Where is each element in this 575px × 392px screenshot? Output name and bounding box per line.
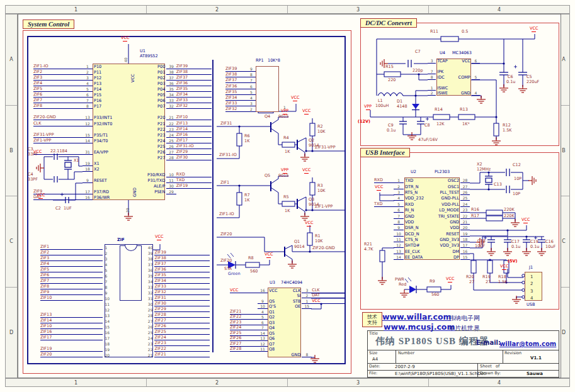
pin-number: 9 — [103, 291, 117, 295]
v12-label: (12V) — [358, 120, 370, 124]
r1-ref: R1 — [315, 234, 321, 238]
pin-row: DM 16 — [431, 248, 470, 254]
rp1-ref: RP1 — [256, 59, 264, 63]
net-label: ZIF23 — [154, 341, 210, 346]
pin-row: VDD_3V3 17 — [431, 242, 470, 248]
l1-ref: L1 — [378, 99, 383, 103]
pin-row — [285, 347, 345, 352]
rp1-val: 10K*8 — [268, 59, 280, 63]
pin-name: P35/T1 — [93, 133, 127, 138]
net-label: ZIF33 — [176, 98, 212, 103]
net-label: ZIF13 — [40, 313, 103, 318]
net-label: ZIF2 — [33, 70, 83, 75]
vcc-flag-b: VCC — [302, 168, 311, 174]
pin-number: 9 — [247, 67, 256, 72]
net-label: ZIF9 — [40, 290, 103, 295]
c8-val: 47uF/16V — [418, 138, 438, 142]
net-zif20: ZIF20 — [220, 232, 232, 237]
pin-row — [33, 183, 127, 189]
desc-mcusj: 单片机世界 — [448, 324, 480, 333]
pin-number — [258, 357, 268, 357]
pin-number: 2 — [525, 282, 542, 286]
pin-name: RTS_N — [404, 191, 431, 195]
pin-row: ZIF7 7 — [40, 278, 117, 284]
pin-name: P01 — [130, 70, 166, 75]
pin-number: 10 — [166, 172, 176, 177]
pin-number: 13 — [258, 336, 268, 341]
email-link[interactable]: willar@tom.com — [499, 340, 556, 347]
pin-row: ZIF2 2 — [40, 250, 117, 255]
net-label: VCC — [230, 288, 258, 293]
link-mcusj[interactable]: www.mcusj.com — [384, 322, 455, 332]
pin-number: 33 — [166, 98, 176, 103]
pin-row: 26 ZIF26 — [140, 323, 210, 329]
pin-name: DP — [431, 255, 460, 260]
pin-row — [130, 160, 212, 166]
net-label: ZIF1 — [40, 245, 103, 250]
pin-number: 25 — [166, 138, 176, 143]
pin-number: 31 — [140, 296, 154, 301]
pin-number: 11 — [258, 347, 268, 352]
pin-row: 24 ZIF24 — [140, 335, 210, 340]
link-willar[interactable]: www.willar.com — [382, 312, 452, 322]
pin-row — [33, 109, 127, 115]
ruler-row-label: C — [6, 196, 17, 288]
pin-number: 39 — [166, 64, 176, 69]
pin-number: 3 — [394, 190, 404, 195]
r8-ref: R8 — [248, 256, 254, 260]
q5-ref: Q5 — [265, 174, 270, 178]
pin-name: VDD_3V3 — [431, 244, 460, 248]
pin-number: 12 — [103, 308, 117, 312]
ruler-col-label: 1 — [6, 379, 147, 386]
net-zif31-io: ZIF31-IO — [219, 153, 237, 157]
pin-row: 37 ZIF37 — [140, 261, 210, 267]
pin-row: SI 2 DAT — [285, 293, 345, 299]
pin-row: OE 15 — [285, 304, 345, 310]
net-label: ZIF35 — [154, 273, 210, 278]
pin-row — [445, 80, 480, 85]
ruler-col-label: 3 — [288, 379, 429, 386]
pin-row: ZIF31-VPP 15 P35/T1 — [33, 132, 127, 138]
pin-number: 22 — [140, 347, 154, 352]
pin-number: 8 — [247, 72, 256, 77]
sheet-label: Sheet — [480, 364, 492, 369]
pin-row: ZIF16 16 — [40, 329, 117, 335]
pin-name: P13 — [93, 82, 127, 86]
net-label: ZIF1-VPP — [33, 138, 83, 143]
vpp-flag-a: VPP — [281, 109, 288, 115]
zif-right-pins: 40 39 ZIF39 38 ZIF38 37 ZIF37 36 ZIF36 3… — [140, 244, 210, 357]
c6-ref: C6 — [508, 75, 513, 79]
pin-name: P33/INT1 — [93, 116, 127, 120]
x2-val: 12MHz — [477, 167, 491, 172]
pin-number: 17 — [103, 336, 117, 340]
pin-row: ZIF34 4 — [225, 95, 256, 101]
pin-number: 13 — [83, 115, 93, 120]
pin-number: 15 — [103, 325, 117, 329]
pin-row: 9 QS — [230, 298, 284, 304]
pin-number: 9 — [258, 299, 268, 304]
tb-divider — [367, 370, 559, 371]
pin-row: 25 ZIF25 — [140, 329, 210, 335]
pin-row: 38 ZIF38 — [140, 255, 210, 261]
c5-ref: C5 — [527, 75, 532, 79]
pin-row: GND 21 — [431, 219, 470, 225]
u2-right-pins: OSC2 28 OSC1 27 PLL_TEST 26 GND-PLL 25 V… — [431, 177, 470, 260]
pin-name: EE_DATA — [404, 255, 431, 260]
ruler-col-label: 2 — [147, 379, 288, 386]
pin-row: 8 VDD — [374, 219, 431, 225]
net-zif31-vpp: ZIF31-VPP — [315, 145, 336, 150]
net-label: ZIF28 — [154, 313, 210, 318]
r2-val: 10K — [317, 130, 326, 134]
u3-part: 74HC4094 — [281, 281, 302, 285]
tb-divider — [396, 350, 396, 363]
pin-row — [285, 341, 345, 347]
pin-number: 4 — [394, 196, 404, 201]
pin-name: GND — [404, 215, 431, 219]
pin-number: 23 — [460, 208, 470, 213]
ruler-left: A B C D — [5, 14, 18, 378]
pin-row: P03 36 ZIF36 — [130, 81, 212, 86]
net-label: ZIF36 — [225, 84, 247, 89]
u4-part: MC34063 — [452, 51, 472, 55]
pin-row: ZIF4 4 — [40, 261, 117, 267]
r16-ref: R16 — [471, 208, 479, 212]
